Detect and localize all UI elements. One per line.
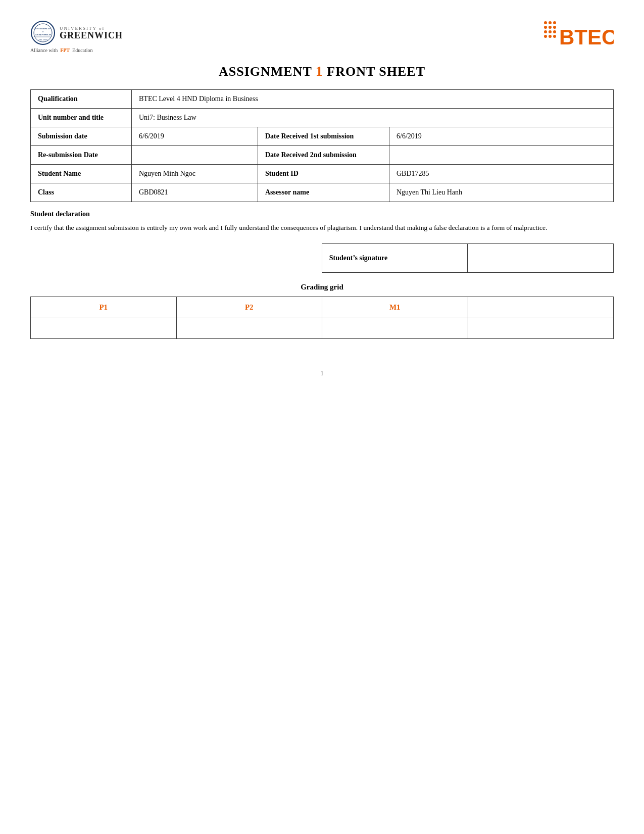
assessor-value: Nguyen Thi Lieu Hanh xyxy=(389,183,614,202)
declaration-title: Student declaration xyxy=(30,210,614,218)
table-row-resubmission: Re-submission Date Date Received 2nd sub… xyxy=(31,146,614,165)
qualification-value: BTEC Level 4 HND Diploma in Business xyxy=(132,90,614,109)
signature-empty-left xyxy=(30,243,322,272)
assessor-label: Assessor name xyxy=(258,183,389,202)
grade-m1-value xyxy=(322,318,468,338)
page-title: ASSIGNMENT 1 FRONT SHEET xyxy=(30,63,614,79)
grading-table: P1 P2 M1 xyxy=(30,297,614,339)
svg-point-11 xyxy=(549,26,552,29)
grade-m1-header: M1 xyxy=(322,297,468,318)
svg-point-16 xyxy=(544,35,547,38)
svg-point-12 xyxy=(553,26,556,29)
page-number: 1 xyxy=(30,369,614,377)
signature-row: Student’s signature xyxy=(30,243,614,272)
svg-point-9 xyxy=(553,21,556,24)
svg-point-7 xyxy=(544,21,547,24)
fpt-label: FPT xyxy=(60,47,70,53)
table-row-class: Class GBD0821 Assessor name Nguyen Thi L… xyxy=(31,183,614,202)
btec-logo: BTEC xyxy=(543,20,614,53)
grade-p2-value xyxy=(176,318,322,338)
qualification-label: Qualification xyxy=(31,90,132,109)
svg-point-0 xyxy=(31,21,55,44)
table-row-qualification: Qualification BTEC Level 4 HND Diploma i… xyxy=(31,90,614,109)
submission-date-label: Submission date xyxy=(31,127,132,146)
svg-text:UNIVERSITY: UNIVERSITY xyxy=(35,27,51,30)
student-name-value: Nguyen Minh Ngoc xyxy=(132,165,258,183)
signature-label: Student’s signature xyxy=(322,243,468,272)
resubmission-label: Re-submission Date xyxy=(31,146,132,165)
student-id-label: Student ID xyxy=(258,165,389,183)
page: UNIVERSITY of GREENWICH EST. 1890 UNIVER… xyxy=(0,0,644,834)
declaration-text: I certify that the assignment submission… xyxy=(30,222,614,233)
svg-text:of: of xyxy=(42,30,44,33)
date-received-2nd-label: Date Received 2nd submission xyxy=(258,146,389,165)
svg-point-13 xyxy=(544,30,547,33)
grade-extra-header xyxy=(468,297,614,318)
date-received-1st-value: 6/6/2019 xyxy=(389,127,614,146)
table-row-student: Student Name Nguyen Minh Ngoc Student ID… xyxy=(31,165,614,183)
svg-point-17 xyxy=(549,35,552,38)
grade-extra-value xyxy=(468,318,614,338)
table-row-unit: Unit number and title Uni7: Business Law xyxy=(31,109,614,127)
title-part2: FRONT SHEET xyxy=(323,64,425,79)
grade-p2-header: P2 xyxy=(176,297,322,318)
svg-point-15 xyxy=(553,30,556,33)
unit-label: Unit number and title xyxy=(31,109,132,127)
grading-header-row: P1 P2 M1 xyxy=(31,297,614,318)
svg-text:BTEC: BTEC xyxy=(559,25,614,49)
info-table: Qualification BTEC Level 4 HND Diploma i… xyxy=(30,89,614,202)
title-number: 1 xyxy=(316,63,323,79)
signature-table: Student’s signature xyxy=(30,243,614,273)
svg-point-10 xyxy=(544,26,547,29)
declaration-section: Student declaration I certify that the a… xyxy=(30,210,614,233)
university-name: UNIVERSITY of GREENWICH xyxy=(60,26,123,40)
logo-left: UNIVERSITY of GREENWICH EST. 1890 UNIVER… xyxy=(30,20,123,53)
university-logo: UNIVERSITY of GREENWICH EST. 1890 UNIVER… xyxy=(30,20,123,45)
svg-text:EST. 1890: EST. 1890 xyxy=(39,38,47,41)
student-name-label: Student Name xyxy=(31,165,132,183)
table-row-submission: Submission date 6/6/2019 Date Received 1… xyxy=(31,127,614,146)
svg-point-14 xyxy=(549,30,552,33)
grading-section: Grading grid P1 P2 M1 xyxy=(30,283,614,339)
grading-empty-row xyxy=(31,318,614,338)
class-value: GBD0821 xyxy=(132,183,258,202)
btec-logo-icon: BTEC xyxy=(543,20,614,53)
grading-title: Grading grid xyxy=(30,283,614,291)
svg-text:GREENWICH: GREENWICH xyxy=(35,33,51,36)
submission-date-value: 6/6/2019 xyxy=(132,127,258,146)
date-received-2nd-value xyxy=(389,146,614,165)
grade-p1-header: P1 xyxy=(31,297,177,318)
svg-point-18 xyxy=(553,35,556,38)
header: UNIVERSITY of GREENWICH EST. 1890 UNIVER… xyxy=(30,20,614,53)
unit-value: Uni7: Business Law xyxy=(132,109,614,127)
class-label: Class xyxy=(31,183,132,202)
title-part1: ASSIGNMENT xyxy=(219,64,316,79)
uog-crest-icon: UNIVERSITY of GREENWICH EST. 1890 xyxy=(30,20,56,45)
signature-value xyxy=(468,243,614,272)
alliance-text: Alliance with FPT Education xyxy=(30,47,93,53)
grade-p1-value xyxy=(31,318,177,338)
svg-point-8 xyxy=(549,21,552,24)
date-received-1st-label: Date Received 1st submission xyxy=(258,127,389,146)
resubmission-value xyxy=(132,146,258,165)
title-section: ASSIGNMENT 1 FRONT SHEET xyxy=(30,63,614,79)
student-id-value: GBD17285 xyxy=(389,165,614,183)
